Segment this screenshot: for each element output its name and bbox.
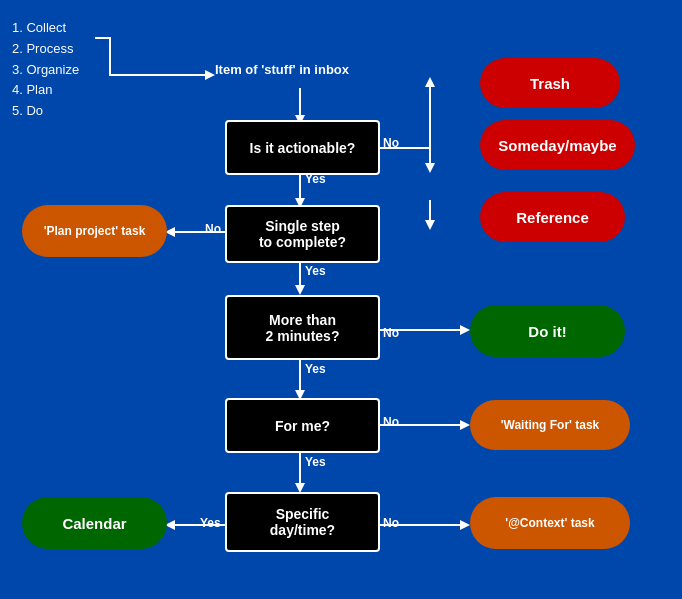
flowchart-diagram: 1. Collect 2. Process 3. Organize 4. Pla… [0, 0, 682, 599]
yes-label-more: Yes [305, 362, 326, 376]
svg-marker-8 [425, 163, 435, 173]
svg-marker-16 [295, 285, 305, 295]
reference-oval: Reference [480, 192, 625, 242]
yes-label-actionable: Yes [305, 172, 326, 186]
svg-marker-28 [460, 520, 470, 530]
no-label-for-me: No [383, 415, 399, 429]
step-5: 5. Do [12, 101, 79, 122]
trash-oval: Trash [480, 58, 620, 108]
svg-marker-22 [460, 420, 470, 430]
step-1: 1. Collect [12, 18, 79, 39]
do-it-oval: Do it! [470, 305, 625, 357]
svg-marker-18 [460, 325, 470, 335]
single-step-box: Single step to complete? [225, 205, 380, 263]
yes-label-specific: Yes [200, 516, 221, 530]
no-label-specific: No [383, 516, 399, 530]
calendar-oval: Calendar [22, 497, 167, 549]
no-label-more: No [383, 326, 399, 340]
steps-list: 1. Collect 2. Process 3. Organize 4. Pla… [12, 18, 79, 122]
step-2: 2. Process [12, 39, 79, 60]
for-me-box: For me? [225, 398, 380, 453]
context-oval: '@Context' task [470, 497, 630, 549]
more-than-box: More than 2 minutes? [225, 295, 380, 360]
yes-label-for-me: Yes [305, 455, 326, 469]
svg-marker-10 [425, 220, 435, 230]
svg-marker-6 [425, 77, 435, 87]
waiting-for-oval: 'Waiting For' task [470, 400, 630, 450]
svg-marker-1 [205, 70, 215, 80]
someday-oval: Someday/maybe [480, 120, 635, 170]
step-4: 4. Plan [12, 80, 79, 101]
no-label-actionable: No [383, 136, 399, 150]
yes-label-single: Yes [305, 264, 326, 278]
plan-project-oval: 'Plan project' task [22, 205, 167, 257]
actionable-box: Is it actionable? [225, 120, 380, 175]
step-3: 3. Organize [12, 60, 79, 81]
inbox-label: Item of 'stuff' in inbox [215, 62, 349, 77]
no-label-single: No [205, 222, 221, 236]
specific-box: Specific day/time? [225, 492, 380, 552]
